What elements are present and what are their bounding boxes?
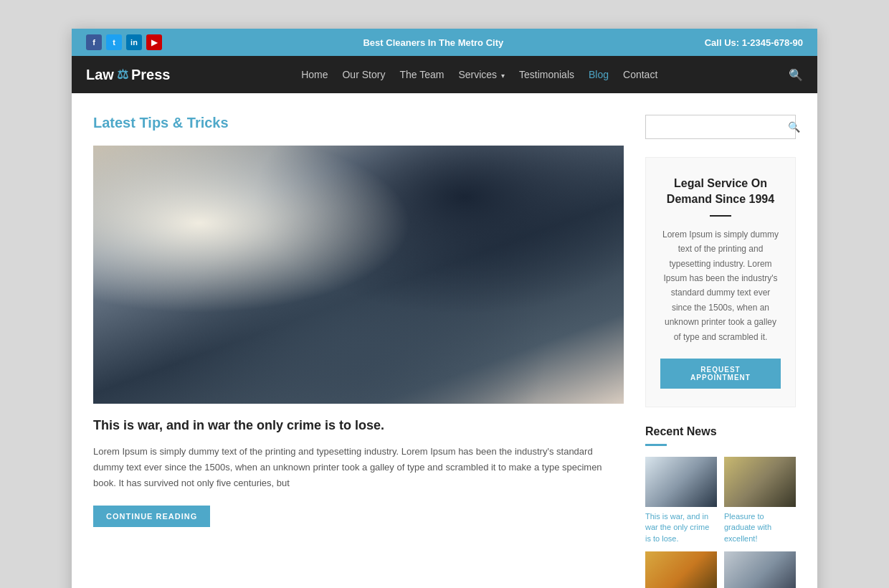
widget-body: Lorem Ipsum is simply dummy text of the …	[660, 227, 781, 344]
logo[interactable]: Law ⚖ Press	[86, 67, 170, 83]
article-image-bg	[93, 146, 624, 404]
twitter-icon[interactable]: t	[106, 34, 122, 50]
tagline: Best Cleaners In The Metro City	[363, 37, 503, 48]
main-content: Latest Tips & Tricks This is war, and in…	[72, 93, 817, 588]
news-thumb-2	[724, 457, 796, 507]
recent-news-divider	[645, 444, 667, 446]
nav-item-home[interactable]: Home	[301, 68, 328, 81]
article-image	[93, 146, 624, 404]
news-thumb-1	[645, 457, 717, 507]
sidebar: 🔍 Legal Service On Demand Since 1994 Lor…	[645, 115, 796, 588]
search-button[interactable]: 🔍	[781, 115, 807, 138]
search-input[interactable]	[646, 116, 781, 138]
sidebar-widget: Legal Service On Demand Since 1994 Lorem…	[645, 157, 796, 407]
nav-bar: Law ⚖ Press Home Our Story The Team Serv…	[72, 56, 817, 93]
news-item-3[interactable]: Mythology offered...	[645, 551, 717, 588]
nav-item-the-team[interactable]: The Team	[399, 68, 444, 81]
continue-reading-button[interactable]: CONTINUE READING	[93, 506, 210, 527]
request-appointment-button[interactable]: REQUEST APPOINTMENT	[660, 359, 781, 389]
phone-number: Call Us: 1-2345-678-90	[705, 37, 803, 48]
nav-item-contact[interactable]: Contact	[623, 68, 657, 81]
news-caption-2: Pleasure to graduate with excellent!	[724, 511, 796, 544]
section-title: Latest Tips & Tricks	[93, 115, 624, 131]
nav-item-blog[interactable]: Blog	[589, 68, 609, 81]
top-bar: f t in ▶ Best Cleaners In The Metro City…	[72, 29, 817, 56]
news-caption-1: This is war, and in war the only crime i…	[645, 511, 717, 544]
youtube-icon[interactable]: ▶	[146, 34, 162, 50]
article-body: Lorem Ipsum is simply dummy text of the …	[93, 444, 624, 491]
recent-news-title: Recent News	[645, 425, 796, 438]
article-title: This is war, and in war the only crime i…	[93, 418, 624, 433]
logo-text-before: Law	[86, 67, 114, 83]
browser-window: f t in ▶ Best Cleaners In The Metro City…	[72, 29, 817, 588]
widget-divider	[710, 215, 731, 217]
nav-item-testimonials[interactable]: Testimonials	[519, 68, 574, 81]
social-icons: f t in ▶	[86, 34, 162, 50]
facebook-icon[interactable]: f	[86, 34, 102, 50]
recent-news: Recent News This is war, and in war the …	[645, 425, 796, 588]
news-grid: This is war, and in war the only crime i…	[645, 457, 796, 588]
nav-item-services[interactable]: Services ▾	[458, 68, 505, 81]
news-item-1[interactable]: This is war, and in war the only crime i…	[645, 457, 717, 544]
services-dropdown-arrow: ▾	[501, 72, 505, 80]
widget-title: Legal Service On Demand Since 1994	[660, 176, 781, 208]
nav-links: Home Our Story The Team Services ▾ Testi…	[301, 68, 657, 81]
nav-search-icon[interactable]: 🔍	[789, 68, 803, 82]
logo-icon: ⚖	[117, 67, 128, 82]
news-item-2[interactable]: Pleasure to graduate with excellent!	[724, 457, 796, 544]
logo-text-after: Press	[131, 67, 171, 83]
news-item-4[interactable]: Wedding Planner...	[724, 551, 796, 588]
news-thumb-4	[724, 551, 796, 588]
linkedin-icon[interactable]: in	[126, 34, 142, 50]
news-thumb-3	[645, 551, 717, 588]
content-left: Latest Tips & Tricks This is war, and in…	[93, 115, 624, 588]
nav-item-our-story[interactable]: Our Story	[342, 68, 385, 81]
search-box: 🔍	[645, 115, 796, 139]
